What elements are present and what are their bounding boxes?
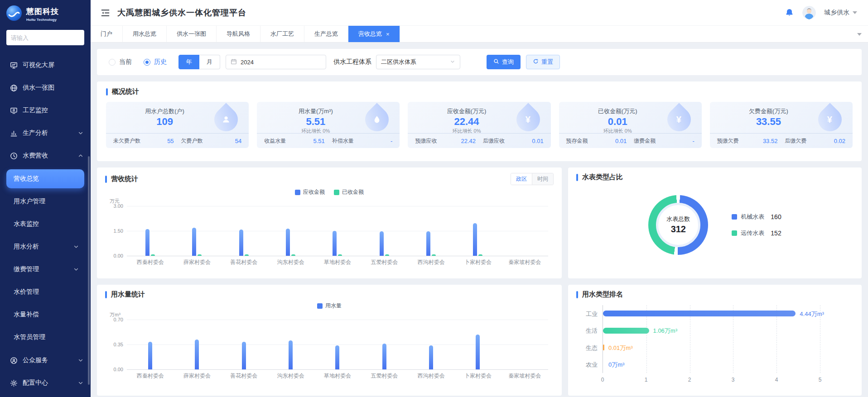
x-tick-label: 1 [645,377,648,383]
ranking-row-label: 生态 [577,344,598,352]
tab-3[interactable]: 供水一张图 [167,26,217,42]
x-category-label: 五爱村委会 [361,258,408,266]
meter-donut-chart: 水表总数 312 [648,195,708,255]
ranking-value-label: 4.44万m³ [800,310,824,318]
period-year-button[interactable]: 年 [178,55,199,69]
sidebar-item-production-analysis[interactable]: 生产分析 [0,124,91,142]
legend-label: 远传水表 [741,229,764,237]
y-tick-label: 0.35 [114,342,123,347]
legend-swatch [295,190,300,195]
screen-icon [10,62,18,69]
stat-sub-item: 缴费金额- [632,137,696,145]
logo-subtitle: Huitu Technology [26,18,59,22]
period-month-button[interactable]: 月 [199,55,220,69]
tenant-switcher[interactable]: 城乡供水 [824,9,857,17]
title-accent-bar [105,176,107,183]
query-button[interactable]: 查询 [487,55,521,69]
page-title: 大禹慧图城乡供水一体化管理平台 [117,7,246,18]
stat-sub-item: 未欠费户数55 [111,137,176,145]
bars-area [127,206,548,256]
sidebar-subitem-water-user-mgmt[interactable]: 用水户管理 [6,192,84,211]
sidebar-subitem-payment-mgmt[interactable]: 缴费管理 [6,260,84,279]
sidebar-item-label: 供水一张图 [23,84,54,92]
menu-fold-icon[interactable] [101,8,110,18]
stat-sub-item: 收益水量5.51 [262,137,327,145]
sidebar-item-public-service[interactable]: 公众服务 [0,351,91,369]
sidebar-item-label: 工艺监控 [23,106,48,115]
sidebar-item-label: 可视化大屏 [23,61,54,69]
usage-chart-card: 用水量统计 用水量 万m³0.700.350.00 西秦村委会薛家村委会善花村委… [97,285,562,396]
sidebar-subitem-price-mgmt[interactable]: 水价管理 [6,282,84,301]
bar-group [502,320,548,369]
donut-center-label: 水表总数 [666,215,690,223]
ranking-row-label: 生活 [577,327,598,335]
y-tick-label: 0.00 [114,367,123,372]
tab-4[interactable]: 导航风格 [217,26,260,42]
x-category-label: 秦家坡村委会 [502,372,548,380]
y-tick-label: 0.00 [114,253,123,258]
ranking-row-label: 工业 [577,310,598,318]
x-tick-label: 0 [601,377,604,383]
stat-sub-items: 预缴欠费33.52后缴欠费0.02 [710,133,853,148]
sidebar-search-input[interactable] [6,30,84,45]
sidebar-subitem-usage-analysis[interactable]: 用水分析 [6,237,84,256]
stat-sub-item: 预缴欠费33.52 [715,137,780,145]
sidebar-item-water-map[interactable]: 供水一张图 [0,79,91,97]
sidebar-subitem-label: 用水户管理 [14,197,45,206]
sidebar-subitem-label: 水表监控 [14,220,39,228]
usage-chart-title: 用水量统计 [111,290,145,299]
tab-overflow-caret[interactable] [857,33,862,36]
user-avatar[interactable] [802,6,816,19]
sidebar-scrollbar[interactable] [88,156,90,385]
year-picker[interactable]: 2024 [226,55,326,69]
x-category-label: 善花村委会 [221,372,267,380]
tab-7[interactable]: 营收总览× [348,26,400,42]
toggle-time[interactable]: 时间 [532,173,553,185]
revenue-x-axis: 西秦村委会薛家村委会善花村委会沟东村委会草地村委会五爱村委会西沟村委会卜家村委会… [127,258,548,266]
sidebar-subitem-revenue-overview[interactable]: 营收总览 [6,169,84,188]
chevron-down-icon [853,11,857,14]
reset-button[interactable]: 重置 [526,55,560,69]
sidebar-subitem-meter-monitor[interactable]: 水表监控 [6,215,84,234]
chevron-down-icon [78,130,83,136]
bars-area [127,320,548,369]
sidebar-item-process-monitor[interactable]: 工艺监控 [0,101,91,120]
sidebar-item-config-center[interactable]: 配置中心 [0,374,91,392]
primary-bar [286,229,290,256]
radio-label: 当前 [119,58,132,66]
secondary-bar [385,254,389,256]
stat-sub-label: 未欠费户数 [113,137,140,145]
secondary-bar [338,254,342,256]
sidebar-subitem-manager-mgmt[interactable]: 水管员管理 [6,328,84,347]
donut-legend-item: 机械水表160 [732,213,781,221]
tab-2[interactable]: 用水总览 [123,26,167,42]
stat-sub-value: 55 [167,138,174,144]
radio-label: 历史 [154,58,167,66]
ranking-bar [603,328,649,334]
secondary-bar [432,254,436,256]
primary-bar [429,345,433,369]
tab-1[interactable]: 门户 [91,26,123,42]
tab-6[interactable]: 生产总览 [304,26,348,42]
stat-sub-value: 0.01 [615,138,627,144]
legend-swatch [732,230,737,236]
tab-5[interactable]: 水厂工艺 [260,26,304,42]
globe-icon [10,84,18,92]
stat-sub-label: 缴费金额 [634,137,656,145]
stat-sub-value: - [391,138,392,144]
gridline [127,369,548,370]
notification-bell-icon[interactable] [785,8,794,18]
tab-close-icon[interactable]: × [386,31,390,38]
secondary-bar [291,254,295,256]
sidebar-item-visual-screen[interactable]: 可视化大屏 [0,56,91,74]
radio-history[interactable]: 历史 [144,58,167,66]
radio-current[interactable]: 当前 [109,58,132,66]
legend-swatch [317,303,323,309]
system-select[interactable]: 二区供水体系 [376,55,460,69]
stat-sub-label: 后缴应收 [483,137,505,145]
sidebar-subitem-volume-compensation[interactable]: 水量补偿 [6,305,84,324]
toggle-region[interactable]: 政区 [511,173,532,185]
sidebar-subitem-label: 用水分析 [14,243,39,251]
sidebar-item-fee-revenue[interactable]: 水费营收 [0,147,91,165]
sidebar: 慧图科技 Huitu Technology 可视化大屏供水一张图工艺监控生产分析… [0,0,91,397]
